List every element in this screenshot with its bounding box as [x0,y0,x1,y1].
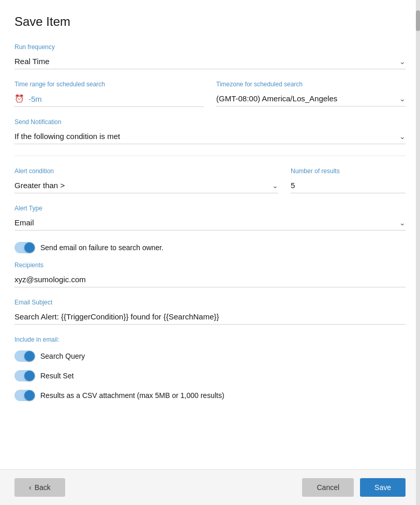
send-notification-select[interactable]: If the following condition is met ⌄ [14,129,406,144]
chevron-down-icon-alert-type: ⌄ [399,219,406,227]
dialog-footer: ‹ Back Cancel Save [0,469,420,505]
scrollbar[interactable] [416,0,420,505]
timezone-value: (GMT-08:00) America/Los_Angeles [216,94,337,103]
save-button[interactable]: Save [360,478,406,497]
search-query-label: Search Query [40,352,85,360]
chevron-down-icon: ⌄ [399,57,406,66]
search-query-toggle-row: Search Query [14,350,406,362]
csv-attachment-label: Results as a CSV attachment (max 5MB or … [40,391,224,400]
toggle-thumb [24,242,35,253]
send-email-toggle-row: Send email on failure to search owner. [14,242,406,253]
search-query-toggle[interactable] [14,350,35,362]
run-frequency-section: Run frequency Real Time ⌄ [14,43,406,69]
csv-attachment-toggle[interactable] [14,390,35,401]
include-in-email-label: Include in email: [14,336,406,343]
timezone-select[interactable]: (GMT-08:00) America/Los_Angeles ⌄ [216,91,406,106]
alert-condition-left: Alert condition Greater than > ⌄ [14,167,278,193]
email-subject-input[interactable] [14,309,406,325]
chevron-down-icon-notification: ⌄ [399,132,406,141]
alert-condition-section: Alert condition Greater than > ⌄ Number … [14,156,406,193]
alert-type-select[interactable]: Email ⌄ [14,215,406,231]
email-subject-section: Email Subject [14,299,406,325]
send-notification-label: Send Notification [14,118,406,126]
alert-row: Alert condition Greater than > ⌄ Number … [14,167,406,193]
send-email-toggle[interactable] [14,242,35,253]
footer-right-buttons: Cancel Save [302,478,406,497]
back-button[interactable]: ‹ Back [14,478,65,497]
time-range-value: -5m [28,95,42,103]
save-label: Save [374,483,391,492]
number-of-results-col: Number of results [291,167,406,193]
toggle-thumb-csv [24,390,35,401]
toggle-thumb-sq [24,351,35,361]
send-notification-section: Send Notification If the following condi… [14,118,406,144]
include-in-email-section: Include in email: Search Query Result Se… [14,336,406,401]
result-set-toggle-row: Result Set [14,370,406,381]
alert-type-value: Email [14,218,34,227]
time-timezone-row: Time range for scheduled search ⏰ -5m Ti… [14,81,406,107]
recipients-section: Recipients [14,262,406,287]
scroll-thumb[interactable] [416,10,420,31]
csv-attachment-toggle-row: Results as a CSV attachment (max 5MB or … [14,390,406,401]
timezone-col: Timezone for scheduled search (GMT-08:00… [216,81,406,107]
alert-condition-value: Greater than > [14,181,65,190]
recipients-input[interactable] [14,272,406,287]
send-email-label: Send email on failure to search owner. [40,243,163,252]
time-range-label: Time range for scheduled search [14,81,204,88]
cancel-label: Cancel [317,483,339,492]
time-range-col: Time range for scheduled search ⏰ -5m [14,81,204,107]
dialog-title: Save Item [14,14,406,29]
save-item-dialog: Save Item Run frequency Real Time ⌄ Time… [0,0,420,505]
cancel-button[interactable]: Cancel [302,478,354,497]
alert-type-label: Alert Type [14,205,406,212]
send-notification-value: If the following condition is met [14,132,120,141]
timezone-label: Timezone for scheduled search [216,81,406,88]
number-of-results-input[interactable] [291,178,406,193]
dialog-content: Save Item Run frequency Real Time ⌄ Time… [0,0,420,469]
back-chevron-icon: ‹ [29,483,32,492]
email-subject-label: Email Subject [14,299,406,306]
alert-type-section: Alert Type Email ⌄ [14,205,406,231]
toggle-thumb-rs [24,371,35,381]
run-frequency-label: Run frequency [14,43,406,51]
run-frequency-select[interactable]: Real Time ⌄ [14,54,406,69]
number-of-results-label: Number of results [291,167,406,175]
alert-condition-select[interactable]: Greater than > ⌄ [14,178,278,193]
run-frequency-value: Real Time [14,57,50,66]
clock-icon: ⏰ [14,94,24,103]
recipients-label: Recipients [14,262,406,269]
result-set-toggle[interactable] [14,370,35,381]
chevron-down-icon-timezone: ⌄ [399,95,406,103]
alert-condition-label: Alert condition [14,167,278,175]
back-label: Back [35,483,51,492]
chevron-down-icon-alert: ⌄ [272,181,278,190]
time-range-input[interactable]: ⏰ -5m [14,91,204,107]
result-set-label: Result Set [40,372,74,380]
